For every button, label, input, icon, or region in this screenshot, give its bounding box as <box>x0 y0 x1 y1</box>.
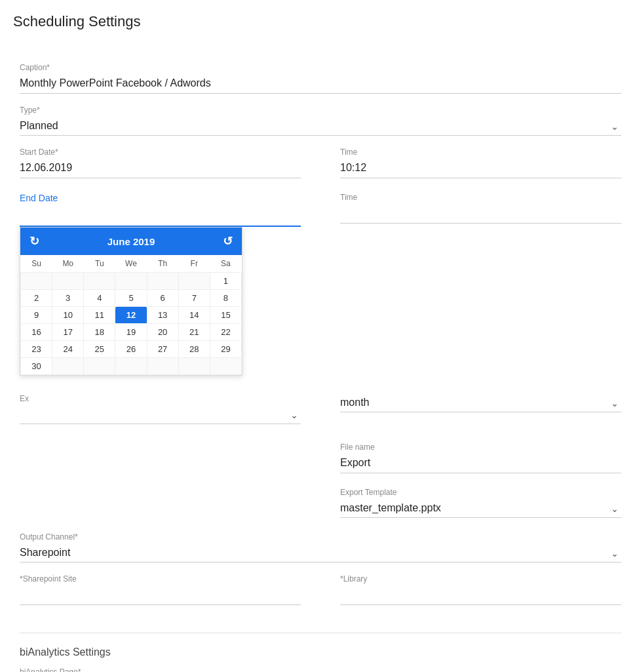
page-container: Scheduling Settings Caption* Type* Plann… <box>0 0 641 672</box>
execute-label: Ex <box>20 394 301 403</box>
calendar-day <box>115 358 147 375</box>
calendar-week-row: 1 <box>21 273 242 290</box>
calendar-day[interactable]: 3 <box>52 290 84 307</box>
cal-header-su: Su <box>21 255 52 273</box>
cal-header-tu: Tu <box>84 255 115 273</box>
execute-select[interactable] <box>20 406 301 424</box>
calendar-day[interactable]: 23 <box>21 341 52 358</box>
time-end-input[interactable] <box>340 205 621 224</box>
type-select-wrapper: Planned Triggered ⌄ <box>20 117 621 136</box>
calendar-week-row: 9101112131415 <box>21 307 242 324</box>
calendar-day <box>178 273 210 290</box>
form-section: Caption* Type* Planned Triggered ⌄ Start… <box>13 56 628 672</box>
calendar-day <box>115 273 147 290</box>
cal-header-we: We <box>115 255 147 273</box>
calendar-day[interactable]: 17 <box>52 324 84 341</box>
calendar-next-button[interactable]: ↺ <box>223 234 233 248</box>
sharepoint-library-row: *Sharepoint Site *Library <box>20 574 621 620</box>
end-date-time-row: End Date ↻ June 2019 ↺ Su <box>20 193 621 387</box>
execute-select-wrapper: ⌄ <box>20 406 301 424</box>
export-template-label: Export Template <box>340 488 621 497</box>
sharepoint-site-group: *Sharepoint Site <box>20 574 301 605</box>
calendar-day[interactable]: 22 <box>210 324 241 341</box>
calendar-day <box>147 358 178 375</box>
calendar-day[interactable]: 14 <box>178 307 210 324</box>
calendar-header: ↻ June 2019 ↺ <box>20 227 242 255</box>
calendar-day[interactable]: 2 <box>21 290 52 307</box>
start-date-group: Start Date* <box>20 148 301 178</box>
calendar-week-row: 30 <box>21 358 242 375</box>
interval-select[interactable]: day week month year <box>340 394 621 412</box>
calendar-day[interactable]: 16 <box>21 324 52 341</box>
end-date-group: End Date ↻ June 2019 ↺ Su <box>20 193 301 376</box>
start-date-input[interactable] <box>20 159 301 178</box>
calendar-prev-button[interactable]: ↻ <box>29 234 39 248</box>
calendar-day[interactable]: 5 <box>115 290 147 307</box>
calendar-day[interactable]: 29 <box>210 341 241 358</box>
calendar-day[interactable]: 4 <box>84 290 115 307</box>
calendar-popup: ↻ June 2019 ↺ Su Mo Tu We <box>20 227 243 376</box>
time-start-label: Time <box>340 148 621 157</box>
bianalytics-section-title: biAnalytics Settings <box>20 646 621 658</box>
sharepoint-site-label: *Sharepoint Site <box>20 574 301 583</box>
time-end-col: Time <box>327 193 621 387</box>
calendar-day <box>210 358 241 375</box>
calendar-grid: Su Mo Tu We Th Fr Sa 1234567891 <box>20 255 242 375</box>
sharepoint-site-input[interactable] <box>20 586 301 605</box>
calendar-day[interactable]: 20 <box>147 324 178 341</box>
calendar-day[interactable]: 21 <box>178 324 210 341</box>
time-start-input[interactable] <box>340 159 621 178</box>
calendar-week-row: 2345678 <box>21 290 242 307</box>
calendar-day[interactable]: 24 <box>52 341 84 358</box>
calendar-day[interactable]: 12 <box>115 307 147 324</box>
type-select[interactable]: Planned Triggered <box>20 117 621 136</box>
calendar-day[interactable]: 18 <box>84 324 115 341</box>
calendar-day <box>52 358 84 375</box>
type-label: Type* <box>20 106 621 115</box>
file-name-group: File name <box>340 443 621 473</box>
calendar-day[interactable]: 15 <box>210 307 241 324</box>
bianalytics-section: biAnalytics Settings biAnalytics Page* ×… <box>20 646 621 672</box>
output-channel-group: Output Channel* Sharepoint Email FTP ⌄ <box>20 532 621 563</box>
library-input[interactable] <box>340 586 621 605</box>
file-name-input[interactable] <box>340 454 621 473</box>
calendar-day[interactable]: 27 <box>147 341 178 358</box>
cal-header-mo: Mo <box>52 255 84 273</box>
calendar-day[interactable]: 30 <box>21 358 52 375</box>
time-end-group: Time <box>340 193 621 224</box>
file-export-row: File name Export Template master_templat… <box>20 443 621 532</box>
calendar-day <box>147 273 178 290</box>
library-col: *Library <box>327 574 621 620</box>
type-group: Type* Planned Triggered ⌄ <box>20 106 621 136</box>
execute-group: Ex ⌄ <box>20 394 301 424</box>
calendar-day[interactable]: 8 <box>210 290 241 307</box>
calendar-day[interactable]: 28 <box>178 341 210 358</box>
calendar-day <box>21 273 52 290</box>
calendar-day[interactable]: 13 <box>147 307 178 324</box>
caption-input[interactable] <box>20 75 621 94</box>
end-date-col: End Date ↻ June 2019 ↺ Su <box>20 193 301 387</box>
calendar-day[interactable]: 1 <box>210 273 241 290</box>
export-template-select-wrapper: master_template.pptx ⌄ <box>340 500 621 518</box>
interval-group: day week month year ⌄ <box>340 394 621 412</box>
export-template-select[interactable]: master_template.pptx <box>340 500 621 518</box>
interval-select-wrapper: day week month year ⌄ <box>340 394 621 412</box>
output-channel-select[interactable]: Sharepoint Email FTP <box>20 544 621 563</box>
bianalytics-page-label: biAnalytics Page* <box>20 667 621 672</box>
calendar-day[interactable]: 9 <box>21 307 52 324</box>
calendar-day[interactable]: 7 <box>178 290 210 307</box>
calendar-day[interactable]: 11 <box>84 307 115 324</box>
calendar-day[interactable]: 26 <box>115 341 147 358</box>
export-template-group: Export Template master_template.pptx ⌄ <box>340 488 621 518</box>
start-date-col: Start Date* <box>20 148 301 193</box>
calendar-day[interactable]: 25 <box>84 341 115 358</box>
interval-col: day week month year ⌄ <box>327 394 621 436</box>
calendar-day[interactable]: 19 <box>115 324 147 341</box>
end-date-input[interactable] <box>20 207 301 227</box>
calendar-day[interactable]: 6 <box>147 290 178 307</box>
execute-col: Ex ⌄ <box>20 394 301 436</box>
section-divider <box>20 633 621 633</box>
calendar-week-row: 23242526272829 <box>21 341 242 358</box>
calendar-day[interactable]: 10 <box>52 307 84 324</box>
end-date-label[interactable]: End Date <box>20 193 301 203</box>
